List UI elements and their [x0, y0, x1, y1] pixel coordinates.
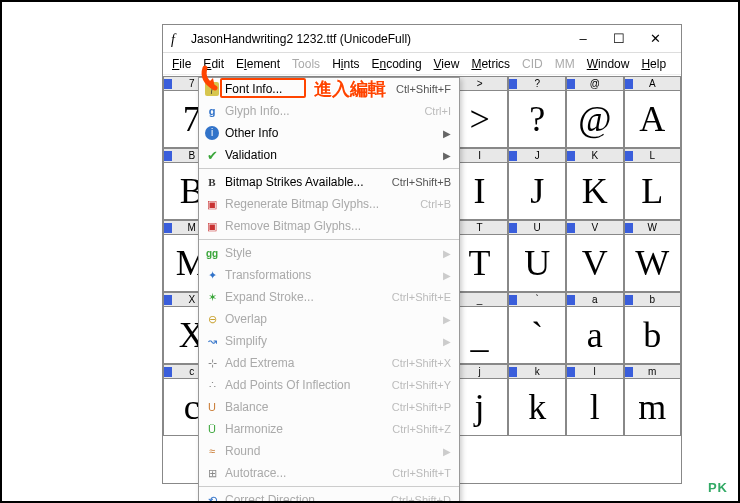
info-icon: i [203, 125, 221, 141]
glyph-body: U [509, 235, 565, 291]
glyph-body: W [625, 235, 681, 291]
ext-icon: ⊹ [203, 355, 221, 371]
glyph-cell[interactable]: VV [566, 220, 624, 292]
menu-item-harmonize: ÜHarmonizeCtrl+Shift+Z [199, 418, 459, 440]
menu-hints[interactable]: Hints [327, 55, 364, 73]
glyph-cell[interactable]: WW [624, 220, 682, 292]
maximize-button[interactable]: ☐ [601, 27, 637, 51]
glyph-cell[interactable]: JJ [508, 148, 566, 220]
glyph-body: T [452, 235, 508, 291]
glyph-cell[interactable]: aa [566, 292, 624, 364]
app-icon: f [171, 32, 185, 46]
menu-help[interactable]: Help [636, 55, 671, 73]
menu-shortcut: Ctrl+Shift+T [392, 467, 451, 479]
menu-item-overlap: ⊖Overlap▶ [199, 308, 459, 330]
menu-item-label: Remove Bitmap Glyphs... [225, 219, 451, 233]
menu-separator [199, 168, 459, 169]
menu-mm[interactable]: MM [550, 55, 580, 73]
submenu-arrow-icon: ▶ [443, 446, 451, 457]
menu-item-style: ggStyle▶ [199, 242, 459, 264]
glyph-header: j [452, 365, 508, 379]
glyph-header: W [625, 221, 681, 235]
menu-item-label: Other Info [225, 126, 437, 140]
glyph-cell[interactable]: AA [624, 76, 682, 148]
menu-view[interactable]: View [429, 55, 465, 73]
submenu-arrow-icon: ▶ [443, 314, 451, 325]
bal-icon: U [203, 399, 221, 415]
menu-element[interactable]: Element [231, 55, 285, 73]
menubar: File Edit Element Tools Hints Encoding V… [163, 53, 681, 75]
menu-shortcut: Ctl+Shift+F [396, 83, 451, 95]
watermark: PK [708, 480, 728, 495]
glyph-cell[interactable]: @@ [566, 76, 624, 148]
bm-icon: ▣ [203, 196, 221, 212]
menu-item-autotrace: ⊞Autotrace...Ctrl+Shift+T [199, 462, 459, 484]
submenu-arrow-icon: ▶ [443, 150, 451, 161]
menu-encoding[interactable]: Encoding [366, 55, 426, 73]
menu-window[interactable]: Window [582, 55, 635, 73]
submenu-arrow-icon: ▶ [443, 336, 451, 347]
menu-item-label: Transformations [225, 268, 437, 282]
menu-shortcut: Ctrl+Shift+D [391, 494, 451, 503]
glyph-body: b [625, 307, 681, 363]
minimize-button[interactable]: – [565, 27, 601, 51]
glyph-header: U [509, 221, 565, 235]
glyph-header: > [452, 77, 508, 91]
menu-item-bitmap-strikes-available[interactable]: BBitmap Strikes Available...Ctrl+Shift+B [199, 171, 459, 193]
menu-item-add-extrema: ⊹Add ExtremaCtrl+Shift+X [199, 352, 459, 374]
menu-cid[interactable]: CID [517, 55, 548, 73]
glyph-header: a [567, 293, 623, 307]
menu-item-label: Expand Stroke... [225, 290, 392, 304]
menu-item-label: Simplify [225, 334, 437, 348]
menu-item-validation[interactable]: ✔Validation▶ [199, 144, 459, 166]
menu-shortcut: Ctrl+B [420, 198, 451, 210]
glyph-cell[interactable]: KK [566, 148, 624, 220]
glyph-header: l [567, 365, 623, 379]
glyph-cell[interactable]: ?? [508, 76, 566, 148]
menu-item-label: Overlap [225, 312, 437, 326]
glyph-body: _ [452, 307, 508, 363]
annotation-text: 進入編輯 [314, 77, 386, 101]
check-icon: ✔ [203, 147, 221, 163]
menu-item-other-info[interactable]: iOther Info▶ [199, 122, 459, 144]
glyph-cell[interactable]: kk [508, 364, 566, 436]
glyph-cell[interactable]: ll [566, 364, 624, 436]
menu-item-label: Correct Direction [225, 493, 391, 503]
glyph-cell[interactable]: UU [508, 220, 566, 292]
menu-item-regenerate-bitmap-glyphs: ▣Regenerate Bitmap Glyphs...Ctrl+B [199, 193, 459, 215]
simp-icon: ↝ [203, 333, 221, 349]
menu-shortcut: Ctrl+Shift+E [392, 291, 451, 303]
glyph-body: l [567, 379, 623, 435]
menu-tools[interactable]: Tools [287, 55, 325, 73]
glyph-header: J [509, 149, 565, 163]
menu-metrics[interactable]: Metrics [466, 55, 515, 73]
glyph-body: I [452, 163, 508, 219]
menu-file[interactable]: File [167, 55, 196, 73]
menu-item-remove-bitmap-glyphs: ▣Remove Bitmap Glyphs... [199, 215, 459, 237]
glyph-header: I [452, 149, 508, 163]
menu-edit[interactable]: Edit [198, 55, 229, 73]
bm-icon: ▣ [203, 218, 221, 234]
glyph-header: A [625, 77, 681, 91]
glyph-body: V [567, 235, 623, 291]
menu-item-add-points-of-inflection: ∴Add Points Of InflectionCtrl+Shift+Y [199, 374, 459, 396]
menu-item-round: ≈Round▶ [199, 440, 459, 462]
glyph-cell[interactable]: mm [624, 364, 682, 436]
glyph-header: m [625, 365, 681, 379]
menu-item-correct-direction: ⟲Correct DirectionCtrl+Shift+D [199, 489, 459, 503]
glyph-body: A [625, 91, 681, 147]
glyph-cell[interactable]: LL [624, 148, 682, 220]
glyph-cell[interactable]: bb [624, 292, 682, 364]
menu-item-balance: UBalanceCtrl+Shift+P [199, 396, 459, 418]
close-button[interactable]: ✕ [637, 27, 673, 51]
glyph-body: k [509, 379, 565, 435]
menu-item-label: Harmonize [225, 422, 392, 436]
submenu-arrow-icon: ▶ [443, 248, 451, 259]
glyph-body: a [567, 307, 623, 363]
menu-item-label: Add Extrema [225, 356, 392, 370]
glyph-header: ? [509, 77, 565, 91]
glyph-cell[interactable]: `` [508, 292, 566, 364]
glyph-body: K [567, 163, 623, 219]
menu-item-transformations: ✦Transformations▶ [199, 264, 459, 286]
titlebar: f JasonHandwriting2 1232.ttf (UnicodeFul… [163, 25, 681, 53]
